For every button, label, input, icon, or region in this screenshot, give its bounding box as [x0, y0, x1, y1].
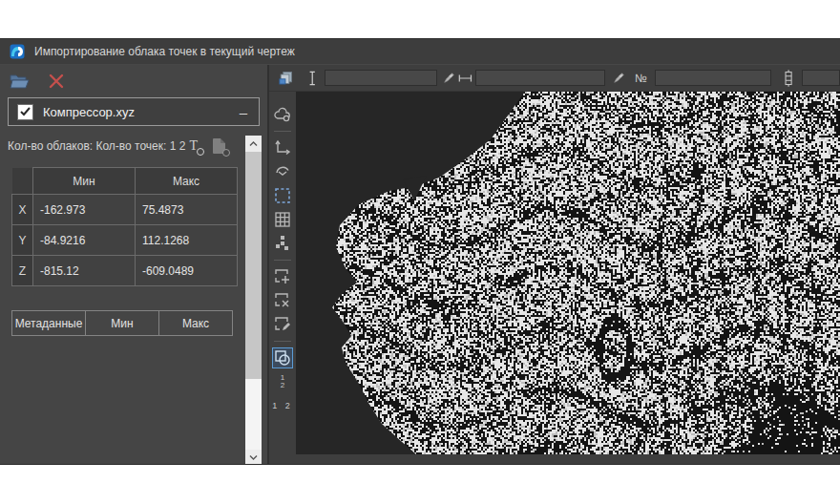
scroll-up-button[interactable] [245, 136, 262, 152]
number-input[interactable] [655, 70, 771, 86]
dialog-main: Компрессор.xyz – Кол-во облаков: Кол-во … [0, 65, 840, 465]
numbers-1-2-icon: 1 2 [272, 402, 293, 410]
cloud-visibility-checkbox[interactable] [17, 104, 33, 120]
fraction-1-2-icon: 1 2 [281, 374, 284, 389]
z-max-value: -609.0489 [136, 256, 238, 286]
cloud-list-toolbar [0, 65, 267, 97]
area-remove-tool[interactable] [272, 290, 293, 311]
area-remove-icon [274, 292, 291, 309]
pencil-icon[interactable] [443, 71, 455, 85]
table-row-x: X -162.973 75.4873 [12, 195, 238, 225]
x-max-value: 75.4873 [136, 195, 238, 225]
toolbar-separator [274, 131, 291, 132]
open-file-button[interactable] [10, 72, 31, 91]
area-add-icon [274, 268, 291, 285]
cloud-file-name: Компрессор.xyz [43, 105, 240, 119]
marquee-select-tool[interactable] [272, 185, 293, 206]
bounds-min-header: Мин [33, 168, 136, 195]
panel-scrollbar[interactable] [245, 136, 262, 465]
delete-cloud-button[interactable] [46, 72, 67, 91]
metadata-max-tab[interactable]: Макс [158, 310, 233, 336]
bounds-corner-cell [12, 168, 33, 195]
y-min-value: -84.9216 [33, 225, 136, 256]
area-edit-icon [274, 316, 291, 333]
chevron-up-icon [249, 141, 258, 146]
z-min-value: -815.12 [33, 256, 136, 286]
bounds-header-row: Мин Макс [12, 168, 238, 195]
preview-panel: № [269, 65, 840, 465]
text-input-1[interactable] [325, 70, 437, 86]
axis-label-x: X [12, 195, 33, 225]
pencil-icon-2[interactable] [613, 71, 625, 85]
paste-icon[interactable] [279, 70, 294, 86]
collapse-button[interactable]: – [240, 104, 247, 120]
column-input[interactable] [802, 70, 840, 86]
metadata-tab[interactable]: Метаданные [11, 310, 86, 336]
axis-label-z: Z [12, 256, 33, 286]
column-grid-icon[interactable] [783, 69, 794, 88]
check-icon [20, 107, 31, 116]
cloud-stats-label: Кол-во облаков: Кол-во точек: 1 2 [8, 139, 185, 153]
clip-contour-tool[interactable] [272, 347, 293, 368]
grid-icon [274, 211, 291, 228]
marquee-rect-icon [274, 187, 291, 204]
rotate-icon [274, 163, 291, 180]
metadata-header-row: Метаданные Мин Макс [11, 310, 267, 336]
cloud-settings-tool[interactable] [272, 104, 293, 125]
axis-label-y: Y [12, 225, 33, 256]
bounds-table: Мин Макс X -162.973 75.4873 Y -84.9216 1… [11, 167, 238, 286]
scroll-down-button[interactable] [245, 450, 262, 465]
area-edit-tool[interactable] [272, 314, 293, 335]
app-icon [10, 44, 25, 59]
point-cloud-canvas[interactable] [296, 92, 840, 454]
cloud-stats-row: Кол-во облаков: Кол-во точек: 1 2 T [8, 138, 260, 154]
window-title: Импортирование облака точек в текущий че… [34, 45, 295, 58]
table-row-z: Z -815.12 -609.0489 [12, 256, 238, 286]
cloud-list-panel: Компрессор.xyz – Кол-во облаков: Кол-во … [0, 65, 269, 465]
cloud-settings-icon [273, 107, 292, 122]
area-add-tool[interactable] [272, 266, 293, 287]
doc-settings-icon[interactable] [213, 138, 225, 154]
titlebar: Импортирование облака точек в текущий че… [0, 39, 840, 65]
numero-label: № [635, 72, 647, 85]
preview-content: 1 2 1 2 [269, 92, 840, 465]
text-cursor-icon[interactable] [307, 70, 317, 87]
metadata-min-tab[interactable]: Мин [85, 310, 159, 336]
import-dialog-window: Импортирование облака точек в текущий че… [0, 38, 840, 465]
cloud-file-row[interactable]: Компрессор.xyz – [8, 97, 260, 126]
table-row-y: Y -84.9216 112.1268 [12, 225, 238, 256]
thin-out-icon [274, 235, 291, 252]
grid-tool[interactable] [272, 209, 293, 230]
cloud-tools-toolbar: 1 2 1 2 [269, 92, 296, 465]
length-icon[interactable] [458, 73, 472, 84]
annotation-toolbar: № [269, 65, 840, 92]
thin-out-tool[interactable] [272, 233, 293, 254]
axes-tool[interactable] [272, 137, 293, 158]
chevron-down-icon [249, 455, 258, 460]
axes-icon [274, 139, 291, 157]
x-min-value: -162.973 [33, 195, 136, 225]
numbers-tool[interactable]: 1 2 [272, 395, 293, 416]
bounds-max-header: Макс [136, 168, 238, 195]
rotate-tool[interactable] [272, 161, 293, 182]
toolbar-separator [274, 341, 291, 342]
screenshot-stage: Импортирование облака точек в текущий че… [0, 0, 840, 504]
text-marker-icon[interactable]: T [189, 138, 198, 154]
viewport[interactable] [296, 92, 840, 465]
red-x-icon [49, 74, 64, 89]
fraction-tool[interactable]: 1 2 [272, 371, 293, 392]
open-folder-icon [10, 73, 31, 90]
length-input[interactable] [475, 70, 605, 86]
clip-contour-icon [274, 349, 291, 367]
scrollbar-thumb[interactable] [245, 152, 262, 379]
y-max-value: 112.1268 [136, 225, 238, 256]
toolbar-separator [274, 260, 291, 261]
